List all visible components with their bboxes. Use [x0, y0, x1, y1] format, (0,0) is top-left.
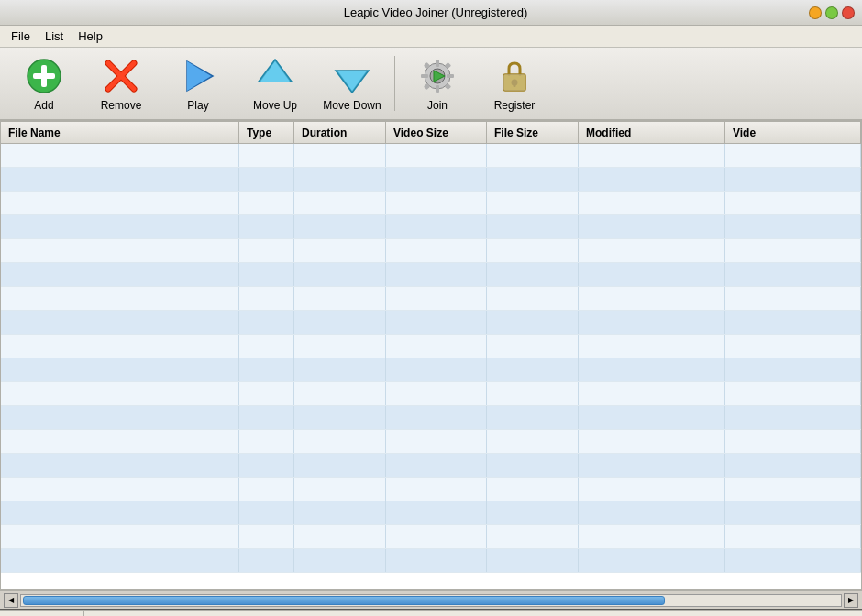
svg-rect-17 — [421, 74, 428, 78]
col-header-duration: Duration — [294, 122, 386, 143]
register-label: Register — [494, 99, 536, 112]
play-label: Play — [187, 99, 208, 112]
cell-duration — [294, 144, 386, 167]
close-button[interactable] — [842, 6, 855, 19]
table-row[interactable] — [1, 358, 861, 382]
remove-button[interactable]: Remove — [84, 50, 158, 116]
scroll-thumb[interactable] — [23, 596, 665, 605]
add-label: Add — [34, 99, 53, 112]
col-header-filename: File Name — [1, 122, 239, 143]
remove-icon — [99, 55, 143, 97]
svg-rect-16 — [436, 85, 439, 93]
register-icon — [492, 55, 536, 97]
table-row[interactable] — [1, 382, 861, 406]
col-header-videosize: Video Size — [386, 122, 487, 143]
svg-marker-10 — [260, 61, 290, 82]
svg-rect-2 — [33, 73, 55, 79]
menu-file[interactable]: File — [4, 28, 38, 45]
move-down-icon — [330, 55, 374, 97]
table-header: File Name Type Duration Video Size File … — [1, 122, 861, 144]
play-icon — [176, 55, 220, 97]
add-button[interactable]: Add — [7, 50, 81, 116]
table-row[interactable] — [1, 549, 861, 573]
cell-vide — [725, 144, 861, 167]
register-button[interactable]: Register — [478, 50, 551, 116]
move-up-label: Move Up — [253, 99, 297, 112]
table-row[interactable] — [1, 168, 861, 192]
table-row[interactable] — [1, 430, 861, 454]
table-row[interactable] — [1, 215, 861, 239]
status-total-duration: Total Duration: 00:00:00 — [84, 610, 216, 616]
status-total-files: Total Files: 0 — [7, 610, 84, 616]
scroll-left-button[interactable]: ◀ — [4, 593, 18, 608]
move-down-label: Move Down — [323, 99, 381, 112]
move-up-button[interactable]: Move Up — [238, 50, 312, 116]
cell-filesize — [487, 144, 579, 167]
move-up-icon — [253, 55, 297, 97]
table-row[interactable] — [1, 192, 861, 215]
maximize-button[interactable] — [825, 6, 838, 19]
toolbar: Add Remove Play — [0, 48, 862, 121]
main-area: File Name Type Duration Video Size File … — [0, 121, 862, 590]
table-body — [1, 144, 861, 589]
join-icon — [415, 55, 459, 97]
join-label: Join — [427, 99, 448, 112]
col-header-type: Type — [239, 122, 294, 143]
minimize-button[interactable] — [809, 6, 822, 19]
cell-videosize — [386, 144, 487, 167]
table-row[interactable] — [1, 454, 861, 478]
table-row[interactable] — [1, 287, 861, 311]
menu-help[interactable]: Help — [71, 28, 110, 45]
table-row[interactable] — [1, 311, 861, 335]
table-row[interactable] — [1, 144, 861, 168]
table-row[interactable] — [1, 525, 861, 549]
cell-modified — [579, 144, 725, 167]
scroll-right-button[interactable]: ▶ — [844, 593, 858, 608]
cell-filename — [1, 144, 239, 167]
remove-label: Remove — [101, 99, 142, 112]
menu-list[interactable]: List — [38, 28, 71, 45]
join-button[interactable]: Join — [401, 50, 474, 116]
toolbar-separator — [394, 56, 395, 111]
table-row[interactable] — [1, 406, 861, 430]
svg-marker-12 — [337, 71, 367, 91]
move-down-button[interactable]: Move Down — [315, 50, 389, 116]
svg-marker-8 — [187, 61, 211, 91]
table-row[interactable] — [1, 478, 861, 501]
svg-rect-15 — [436, 60, 439, 67]
cell-type — [239, 144, 294, 167]
table-row[interactable] — [1, 239, 861, 263]
col-header-filesize: File Size — [487, 122, 579, 143]
play-button[interactable]: Play — [161, 50, 235, 116]
file-table: File Name Type Duration Video Size File … — [0, 121, 862, 590]
title-bar: Leapic Video Joiner (Unregistered) — [0, 0, 862, 26]
table-row[interactable] — [1, 501, 861, 525]
status-bar: Total Files: 0 Total Duration: 00:00:00 — [0, 609, 862, 616]
table-row[interactable] — [1, 335, 861, 358]
col-header-vide: Vide — [725, 122, 861, 143]
window-title: Leapic Video Joiner (Unregistered) — [62, 6, 809, 19]
menu-bar: File List Help — [0, 26, 862, 48]
table-row[interactable] — [1, 263, 861, 287]
window-controls — [809, 6, 855, 19]
col-header-modified: Modified — [579, 122, 725, 143]
svg-rect-27 — [503, 74, 525, 91]
scroll-track[interactable] — [20, 594, 842, 607]
svg-rect-18 — [447, 74, 454, 78]
horizontal-scrollbar[interactable]: ◀ ▶ — [0, 590, 862, 609]
add-icon — [22, 55, 66, 97]
